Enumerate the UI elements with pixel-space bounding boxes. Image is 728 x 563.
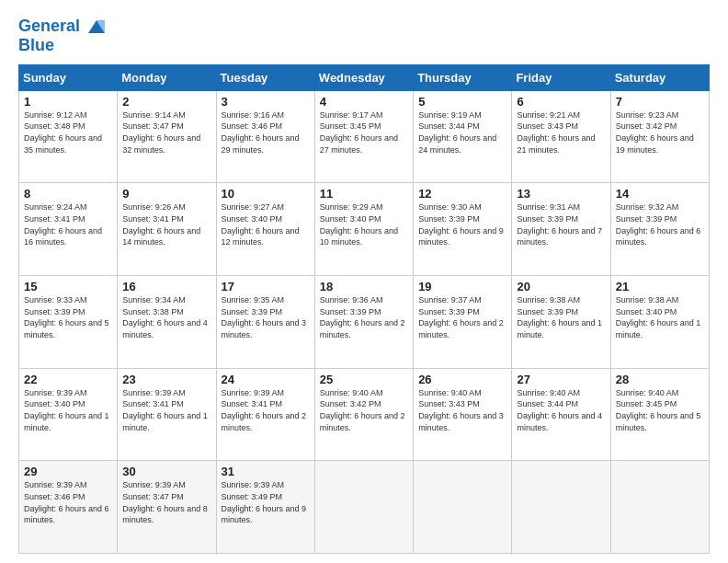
calendar-cell: 12 Sunrise: 9:30 AM Sunset: 3:39 PM Dayl… [414,183,512,276]
day-number: 29 [24,465,112,478]
day-info: Sunrise: 9:27 AM Sunset: 3:40 PM Dayligh… [222,201,310,247]
day-info: Sunrise: 9:32 AM Sunset: 3:39 PM Dayligh… [616,201,704,247]
calendar-cell: 8 Sunrise: 9:24 AM Sunset: 3:41 PM Dayli… [19,183,118,276]
day-number: 8 [24,187,112,201]
calendar-cell [314,461,413,554]
calendar-cell [414,461,512,554]
day-number: 5 [418,95,506,109]
calendar-day-header: Monday [118,64,216,90]
day-info: Sunrise: 9:14 AM Sunset: 3:47 PM Dayligh… [122,109,210,155]
calendar-cell: 5 Sunrise: 9:19 AM Sunset: 3:44 PM Dayli… [414,90,512,183]
day-number: 4 [320,95,408,109]
calendar-cell: 19 Sunrise: 9:37 AM Sunset: 3:39 PM Dayl… [414,276,512,369]
calendar-cell: 18 Sunrise: 9:36 AM Sunset: 3:39 PM Dayl… [314,276,413,369]
calendar-week-row: 22 Sunrise: 9:39 AM Sunset: 3:40 PM Dayl… [19,368,710,461]
day-info: Sunrise: 9:38 AM Sunset: 3:40 PM Dayligh… [616,294,704,340]
day-number: 2 [122,95,210,109]
day-number: 12 [418,187,506,201]
calendar-week-row: 15 Sunrise: 9:33 AM Sunset: 3:39 PM Dayl… [19,276,710,369]
calendar-day-header: Wednesday [314,64,413,90]
calendar-week-row: 29 Sunrise: 9:39 AM Sunset: 3:46 PM Dayl… [19,461,710,554]
day-info: Sunrise: 9:33 AM Sunset: 3:39 PM Dayligh… [24,294,112,340]
day-info: Sunrise: 9:24 AM Sunset: 3:41 PM Dayligh… [24,201,112,247]
calendar-cell: 15 Sunrise: 9:33 AM Sunset: 3:39 PM Dayl… [19,276,118,369]
calendar-cell: 31 Sunrise: 9:39 AM Sunset: 3:49 PM Dayl… [216,461,314,554]
header: General Blue [18,17,710,55]
logo-text: General [18,17,107,37]
page: General Blue SundayMondayTuesdayWednesda… [0,0,728,563]
day-number: 19 [418,280,506,293]
day-info: Sunrise: 9:40 AM Sunset: 3:45 PM Dayligh… [616,387,704,433]
day-number: 26 [418,373,506,386]
day-info: Sunrise: 9:39 AM Sunset: 3:41 PM Dayligh… [222,387,310,433]
calendar-cell: 22 Sunrise: 9:39 AM Sunset: 3:40 PM Dayl… [19,368,118,461]
day-number: 22 [24,373,112,386]
day-info: Sunrise: 9:26 AM Sunset: 3:41 PM Dayligh… [122,201,210,247]
calendar-table: SundayMondayTuesdayWednesdayThursdayFrid… [18,64,710,554]
day-number: 9 [122,187,210,201]
calendar-cell: 7 Sunrise: 9:23 AM Sunset: 3:42 PM Dayli… [610,90,709,183]
day-number: 17 [222,280,310,293]
day-number: 21 [616,280,704,293]
day-info: Sunrise: 9:40 AM Sunset: 3:42 PM Dayligh… [320,387,408,433]
calendar-day-header: Saturday [610,64,709,90]
day-info: Sunrise: 9:36 AM Sunset: 3:39 PM Dayligh… [320,294,408,340]
calendar-cell: 25 Sunrise: 9:40 AM Sunset: 3:42 PM Dayl… [314,368,413,461]
logo: General Blue [18,17,107,55]
day-number: 20 [517,280,605,293]
calendar-cell: 27 Sunrise: 9:40 AM Sunset: 3:44 PM Dayl… [512,368,610,461]
day-number: 3 [222,95,310,109]
calendar-cell: 28 Sunrise: 9:40 AM Sunset: 3:45 PM Dayl… [610,368,709,461]
day-info: Sunrise: 9:35 AM Sunset: 3:39 PM Dayligh… [222,294,310,340]
day-number: 7 [616,95,704,109]
day-info: Sunrise: 9:29 AM Sunset: 3:40 PM Dayligh… [320,201,408,247]
day-info: Sunrise: 9:17 AM Sunset: 3:45 PM Dayligh… [320,109,408,155]
day-number: 16 [122,280,210,293]
calendar-cell: 26 Sunrise: 9:40 AM Sunset: 3:43 PM Dayl… [414,368,512,461]
day-number: 13 [517,187,605,201]
calendar-cell: 30 Sunrise: 9:39 AM Sunset: 3:47 PM Dayl… [118,461,216,554]
calendar-day-header: Friday [512,64,610,90]
day-number: 30 [122,465,210,478]
calendar-cell: 3 Sunrise: 9:16 AM Sunset: 3:46 PM Dayli… [216,90,314,183]
calendar-cell: 16 Sunrise: 9:34 AM Sunset: 3:38 PM Dayl… [118,276,216,369]
day-number: 14 [616,187,704,201]
day-info: Sunrise: 9:39 AM Sunset: 3:47 PM Dayligh… [122,479,210,525]
calendar-day-header: Sunday [19,64,118,90]
day-info: Sunrise: 9:37 AM Sunset: 3:39 PM Dayligh… [418,294,506,340]
calendar-cell: 24 Sunrise: 9:39 AM Sunset: 3:41 PM Dayl… [216,368,314,461]
logo-general: General [18,17,80,35]
day-info: Sunrise: 9:39 AM Sunset: 3:46 PM Dayligh… [24,479,112,525]
day-number: 24 [222,373,310,386]
calendar-cell: 20 Sunrise: 9:38 AM Sunset: 3:39 PM Dayl… [512,276,610,369]
calendar-header-row: SundayMondayTuesdayWednesdayThursdayFrid… [19,64,710,90]
day-number: 28 [616,373,704,386]
calendar-cell: 6 Sunrise: 9:21 AM Sunset: 3:43 PM Dayli… [512,90,610,183]
logo-icon [86,17,107,37]
calendar-cell: 2 Sunrise: 9:14 AM Sunset: 3:47 PM Dayli… [118,90,216,183]
day-info: Sunrise: 9:12 AM Sunset: 3:48 PM Dayligh… [24,109,112,155]
day-number: 27 [517,373,605,386]
day-info: Sunrise: 9:39 AM Sunset: 3:40 PM Dayligh… [24,387,112,433]
day-info: Sunrise: 9:21 AM Sunset: 3:43 PM Dayligh… [517,109,605,155]
day-number: 25 [320,373,408,386]
calendar-day-header: Thursday [414,64,512,90]
logo-blue: Blue [18,37,107,55]
calendar-cell [512,461,610,554]
day-info: Sunrise: 9:30 AM Sunset: 3:39 PM Dayligh… [418,201,506,247]
day-number: 18 [320,280,408,293]
day-info: Sunrise: 9:16 AM Sunset: 3:46 PM Dayligh… [222,109,310,155]
day-number: 11 [320,187,408,201]
calendar-cell: 17 Sunrise: 9:35 AM Sunset: 3:39 PM Dayl… [216,276,314,369]
day-info: Sunrise: 9:40 AM Sunset: 3:44 PM Dayligh… [517,387,605,433]
day-number: 23 [122,373,210,386]
day-info: Sunrise: 9:19 AM Sunset: 3:44 PM Dayligh… [418,109,506,155]
day-number: 31 [222,465,310,478]
calendar-cell: 23 Sunrise: 9:39 AM Sunset: 3:41 PM Dayl… [118,368,216,461]
day-info: Sunrise: 9:34 AM Sunset: 3:38 PM Dayligh… [122,294,210,340]
day-info: Sunrise: 9:31 AM Sunset: 3:39 PM Dayligh… [517,201,605,247]
calendar-cell: 29 Sunrise: 9:39 AM Sunset: 3:46 PM Dayl… [19,461,118,554]
day-info: Sunrise: 9:23 AM Sunset: 3:42 PM Dayligh… [616,109,704,155]
calendar-cell: 13 Sunrise: 9:31 AM Sunset: 3:39 PM Dayl… [512,183,610,276]
calendar-cell: 14 Sunrise: 9:32 AM Sunset: 3:39 PM Dayl… [610,183,709,276]
